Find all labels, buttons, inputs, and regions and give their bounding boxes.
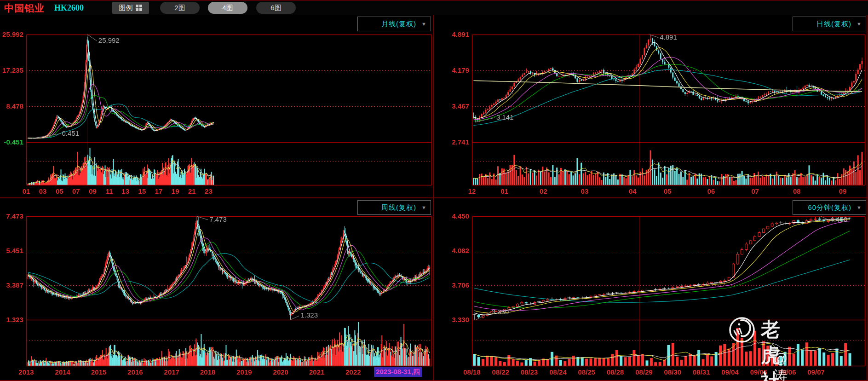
x-axis-label: 08/24 (549, 368, 567, 376)
grid-icon (136, 5, 143, 12)
x-axis-label: 13 (122, 187, 130, 195)
x-axis-label: 17 (155, 187, 163, 195)
x-axis-label: 09/06 (779, 368, 796, 376)
weekly-chart-canvas[interactable] (0, 198, 433, 381)
layout-4-button[interactable]: 4图 (208, 2, 247, 14)
x-axis-label: 01 (501, 187, 509, 195)
x-axis-label: 08/18 (463, 368, 481, 376)
period-dropdown-monthly[interactable]: 月线(复权) ▼ (357, 17, 431, 31)
y-axis-label: 7.473 (0, 212, 23, 220)
stock-code: HK2600 (54, 3, 84, 13)
x-axis-label: 06 (707, 187, 715, 195)
x-axis-label: 08/23 (521, 368, 538, 376)
x-axis-label: 09 (89, 187, 97, 195)
x-axis-label: 08/31 (693, 368, 710, 376)
vertical-divider (433, 15, 434, 381)
period-dropdown-daily[interactable]: 日线(复权) ▼ (793, 17, 866, 31)
x-axis-label: 11 (106, 187, 113, 195)
x-axis-label: 09/05 (750, 368, 768, 376)
x-axis-label: 09/04 (721, 368, 739, 376)
y-axis-label: 3.387 (0, 281, 23, 289)
x-axis-label: 21 (188, 187, 196, 195)
daily-chart-canvas[interactable] (434, 15, 868, 197)
y-axis-label: 4.082 (434, 247, 469, 254)
x-axis-label: 03 (581, 187, 589, 195)
y-axis-label: 2.741 (434, 138, 469, 146)
x-axis-label: 2015 (91, 368, 106, 376)
right-border (867, 15, 868, 381)
x-axis-label: 07 (72, 187, 80, 195)
y-axis-label: 25.992 (0, 30, 23, 38)
legend-button[interactable]: 图例 (112, 2, 149, 14)
chart-panel-weekly: 周线(复权) ▼ 7.4735.4513.3871.32320132014201… (0, 198, 433, 381)
x-axis-label: 03 (39, 187, 47, 195)
y-axis-label: 8.478 (0, 102, 23, 110)
x-axis-label: 2017 (164, 368, 179, 376)
x-axis-label: 08/30 (664, 368, 682, 376)
x-axis-label: 2018 (200, 368, 215, 376)
x-axis-label: 08/25 (578, 368, 596, 376)
x-axis-label: 2016 (127, 368, 143, 376)
x-axis-label: 02 (540, 187, 547, 195)
chart-panel-monthly: 月线(复权) ▼ 25.99217.2358.478-0.45101030507… (0, 15, 433, 197)
x-axis-label: 08/28 (607, 368, 624, 376)
y-axis-label: 4.179 (434, 66, 469, 74)
current-date-label: 2023-08-31,四 (374, 367, 422, 377)
y-axis-label: 3.467 (434, 102, 469, 110)
x-axis-label: 2021 (309, 368, 324, 376)
chart-panel-daily: 日线(复权) ▼ 4.8914.1793.4672.74112010203040… (434, 15, 868, 197)
x-axis-label: 12 (468, 187, 476, 195)
app-window: 中国铝业 HK2600 图例 2图 4图 6图 月线(复权) ▼ 25.9921… (0, 0, 868, 381)
y-axis-label: 5.451 (0, 247, 23, 254)
x-axis-label: 09 (839, 187, 847, 195)
period-dropdown-daily-label: 日线(复权) (816, 20, 851, 29)
60min-chart-canvas[interactable] (434, 198, 868, 381)
chevron-down-icon: ▼ (857, 205, 862, 210)
x-axis-label: 08/22 (492, 368, 510, 376)
period-dropdown-60min-label: 60分钟(复权) (808, 203, 851, 212)
x-axis-label: 23 (205, 187, 213, 195)
x-axis-label: 2014 (55, 368, 70, 376)
y-axis-label: 17.235 (0, 66, 23, 74)
period-dropdown-weekly-label: 周线(复权) (381, 203, 416, 212)
y-axis-label: 4.450 (434, 212, 469, 220)
x-axis-label: 05 (664, 187, 672, 195)
x-axis-label: 2020 (273, 368, 288, 376)
x-axis-label: 2013 (18, 368, 34, 376)
chevron-down-icon: ▼ (857, 21, 862, 27)
chevron-down-icon: ▼ (421, 205, 426, 210)
chevron-down-icon: ▼ (421, 21, 426, 27)
period-dropdown-monthly-label: 月线(复权) (381, 20, 416, 29)
horizontal-divider (0, 197, 868, 198)
period-dropdown-weekly[interactable]: 周线(复权) ▼ (357, 200, 431, 215)
x-axis-label: 04 (629, 187, 637, 195)
x-axis-label: 05 (56, 187, 63, 195)
y-axis-label: 1.323 (0, 316, 23, 323)
period-dropdown-60min[interactable]: 60分钟(复权) ▼ (793, 200, 866, 215)
x-axis-label: 08/29 (635, 368, 653, 376)
top-bar: 中国铝业 HK2600 图例 2图 4图 6图 (0, 0, 868, 16)
y-axis-label: 3.706 (434, 281, 469, 289)
stock-name: 中国铝业 (4, 2, 45, 15)
y-axis-label: 3.330 (434, 316, 469, 323)
x-axis-label: 2022 (345, 368, 361, 376)
y-axis-label: -0.451 (0, 138, 23, 146)
x-axis-label: 08 (793, 187, 801, 195)
monthly-chart-canvas[interactable] (0, 15, 433, 197)
layout-2-button[interactable]: 2图 (160, 2, 200, 14)
layout-6-button[interactable]: 6图 (256, 2, 296, 14)
x-axis-label: 09/07 (807, 368, 825, 376)
x-axis-label: 07 (751, 187, 759, 195)
chart-panel-60min: 60分钟(复权) ▼ 4.4504.0823.7063.33008/1808/2… (434, 198, 868, 381)
x-axis-label: 01 (23, 187, 30, 195)
x-axis-label: 2019 (236, 368, 252, 376)
y-axis-label: 4.891 (434, 30, 469, 38)
legend-button-label: 图例 (119, 4, 133, 12)
x-axis-label: 19 (172, 187, 179, 195)
x-axis-label: 15 (138, 187, 146, 195)
